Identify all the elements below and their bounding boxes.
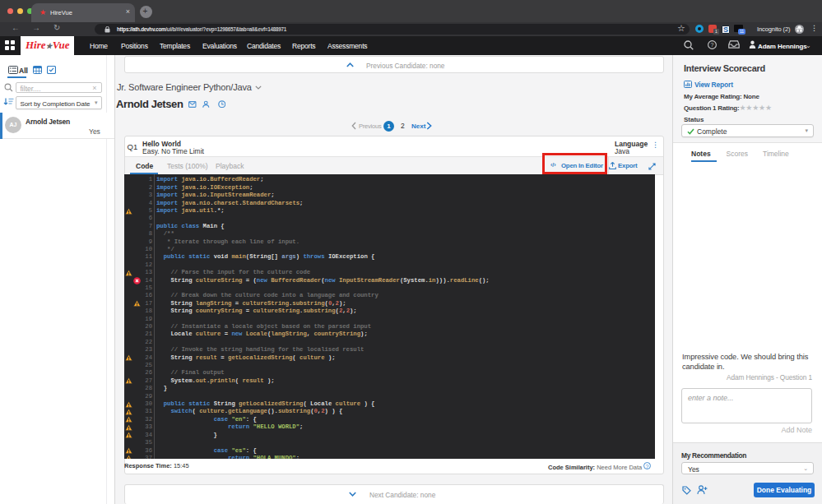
svg-text:?: ?: [710, 41, 713, 47]
